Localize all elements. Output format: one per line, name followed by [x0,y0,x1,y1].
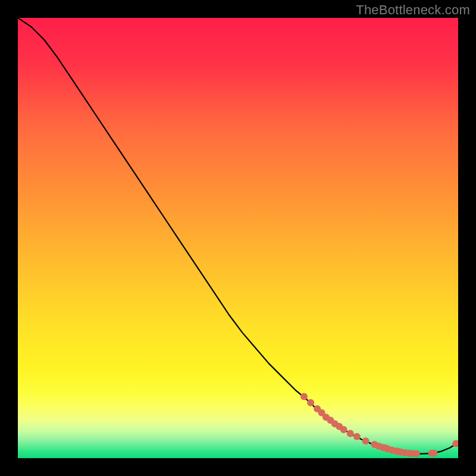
data-point [413,450,420,458]
data-point [307,399,314,406]
data-point [347,430,354,437]
plot-svg [18,18,458,458]
data-point [340,426,347,433]
chart-container: { "watermark": "TheBottleneck.com", "col… [0,0,476,476]
data-point [353,433,361,440]
data-point [300,393,308,400]
data-point [362,437,369,444]
watermark-text: TheBottleneck.com [356,2,470,18]
gradient-background [18,18,458,458]
data-point [430,450,437,457]
